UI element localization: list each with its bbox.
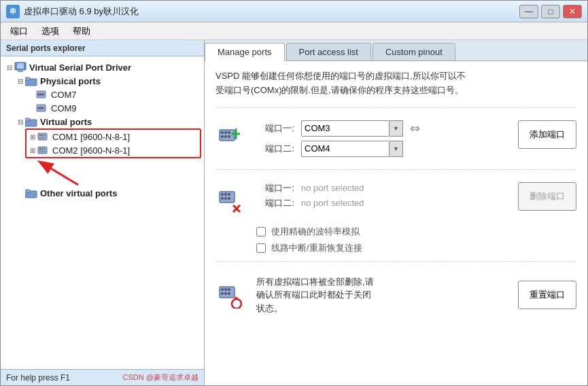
physical-label: Physical ports <box>40 76 101 86</box>
tree-item-com1[interactable]: ⊞ COM1 [9600- <box>27 130 200 143</box>
svg-point-21 <box>44 137 45 139</box>
svg-point-56 <box>224 292 227 295</box>
svg-point-44 <box>224 193 227 196</box>
tab-port-access[interactable]: Port access list <box>286 43 371 60</box>
svg-rect-4 <box>25 77 30 80</box>
menu-options[interactable]: 选项 <box>35 23 66 39</box>
port1-select[interactable]: COM3 COM4 COM5 <box>301 120 390 137</box>
tree-item-other[interactable]: Other virtual ports <box>14 186 201 200</box>
delete-form-fields: 端口一: no port selected 端口二: no port selec… <box>256 182 507 209</box>
svg-point-12 <box>42 107 44 109</box>
emulate-checkbox[interactable] <box>256 227 266 236</box>
status-text: For help press F1 <box>6 373 70 383</box>
tab-custom-pinout[interactable]: Custom pinout <box>373 43 455 60</box>
explorer-header: Serial ports explorer <box>1 40 204 56</box>
svg-point-28 <box>44 151 45 152</box>
reset-port-button[interactable]: 重置端口 <box>518 281 576 309</box>
tree-item-com2[interactable]: ⊞ COM2 [9600- <box>27 143 200 157</box>
reconnect-checkbox[interactable] <box>256 243 266 253</box>
delete-port-button[interactable]: 删除端口 <box>518 182 576 211</box>
com1-label: COM1 [9600-N-8-1] <box>52 132 130 142</box>
add-port-icon <box>215 123 245 153</box>
port-icon-com9 <box>36 103 48 113</box>
tree-item-com7[interactable]: COM7 <box>25 88 201 101</box>
svg-point-46 <box>221 197 224 200</box>
tree-item-root[interactable]: ⊟ Virtual Serial Port Driver <box>3 60 201 74</box>
folder-icon-physical <box>25 75 37 86</box>
svg-point-8 <box>42 94 44 96</box>
toggle-com9 <box>27 103 36 113</box>
svg-point-19 <box>39 137 41 139</box>
tree-item-com9[interactable]: COM9 <box>25 101 201 115</box>
add-port-button[interactable]: 添加端口 <box>518 120 576 149</box>
status-bar: For help press F1 CSDN @豪哥追求卓越 <box>1 369 204 385</box>
toggle-physical[interactable]: ⊟ <box>16 76 25 86</box>
port1-select-arrow[interactable]: ▼ <box>390 120 403 137</box>
window-controls: — □ ✕ <box>519 5 582 18</box>
right-panel: Manage ports Port access list Custom pin… <box>205 40 587 385</box>
svg-rect-14 <box>25 118 30 121</box>
svg-point-17 <box>41 135 43 136</box>
svg-point-34 <box>221 131 224 134</box>
arrow-annotation <box>37 159 201 186</box>
com7-label: COM7 <box>51 90 77 100</box>
port2-select[interactable]: COM4 COM3 COM5 <box>301 141 390 157</box>
svg-point-37 <box>221 135 224 138</box>
toggle-com1[interactable]: ⊞ <box>28 132 37 141</box>
maximize-button[interactable]: □ <box>541 5 560 18</box>
port1-select-wrapper: COM3 COM4 COM5 ▼ <box>301 120 403 137</box>
menu-help[interactable]: 帮助 <box>66 23 97 39</box>
watermark: CSDN @豪哥追求卓越 <box>123 372 198 383</box>
minimize-button[interactable]: — <box>519 5 538 18</box>
tab-manage-ports[interactable]: Manage ports <box>205 43 285 61</box>
toggle-com7 <box>27 90 36 99</box>
port2-select-arrow[interactable]: ▼ <box>390 141 403 157</box>
svg-point-18 <box>44 135 45 136</box>
toggle-other <box>16 188 25 198</box>
svg-point-45 <box>228 193 230 196</box>
svg-rect-22 <box>38 147 47 154</box>
svg-rect-1 <box>17 63 24 69</box>
svg-rect-32 <box>25 190 30 192</box>
svg-point-52 <box>221 288 224 291</box>
toggle-virtual[interactable]: ⊟ <box>16 117 25 126</box>
del-port1-label: 端口一: <box>256 182 294 194</box>
delete-section: 端口一: no port selected 端口二: no port selec… <box>215 177 576 220</box>
divider-1 <box>215 107 576 108</box>
svg-point-43 <box>221 193 224 196</box>
tree-view: ⊟ Virtual Serial Port Driver ⊟ <box>1 56 204 369</box>
delete-port-icon <box>215 185 245 215</box>
reset-section: 所有虚拟端口将被全部删除,请 确认所有端口此时都处于关闭 状态。 重置端口 <box>215 268 576 322</box>
reconnect-checkbox-row: 线路中断/重新恢复连接 <box>256 242 576 254</box>
del-port2-row: 端口二: no port selected <box>256 197 507 209</box>
port-icon-com7 <box>36 89 48 100</box>
svg-point-38 <box>224 135 227 138</box>
menu-bar: 端口 选项 帮助 <box>1 22 587 40</box>
close-button[interactable]: ✕ <box>563 5 582 18</box>
reconnect-label[interactable]: 线路中断/重新恢复连接 <box>271 242 362 254</box>
svg-point-24 <box>41 148 43 150</box>
svg-point-20 <box>41 137 43 139</box>
main-area: Serial ports explorer ⊟ Virtual Serial P… <box>1 40 587 385</box>
toggle-com2[interactable]: ⊞ <box>28 145 37 155</box>
port2-select-wrapper: COM4 COM3 COM5 ▼ <box>301 141 403 157</box>
svg-point-47 <box>224 197 227 200</box>
app-icon: 串 <box>6 5 20 18</box>
com9-label: COM9 <box>51 103 77 113</box>
svg-point-58 <box>232 299 241 309</box>
other-label: Other virtual ports <box>40 188 117 198</box>
tab-bar: Manage ports Port access list Custom pin… <box>205 40 587 61</box>
svg-point-53 <box>224 288 227 291</box>
divider-3 <box>215 261 576 262</box>
svg-point-36 <box>228 131 230 134</box>
add-section: 端口一: COM3 COM4 COM5 ▼ ⇔ <box>215 115 576 162</box>
svg-point-27 <box>41 151 43 152</box>
menu-ports[interactable]: 端口 <box>3 23 35 39</box>
port1-row: 端口一: COM3 COM4 COM5 ▼ ⇔ <box>256 120 507 137</box>
emulate-label[interactable]: 使用精确的波特率模拟 <box>271 226 360 238</box>
tree-item-physical[interactable]: ⊟ Physical ports <box>14 74 201 88</box>
toggle-root[interactable]: ⊟ <box>5 63 14 72</box>
svg-point-7 <box>40 94 42 96</box>
svg-point-23 <box>39 148 41 150</box>
tree-item-virtual[interactable]: ⊟ Virtual ports <box>14 115 201 128</box>
